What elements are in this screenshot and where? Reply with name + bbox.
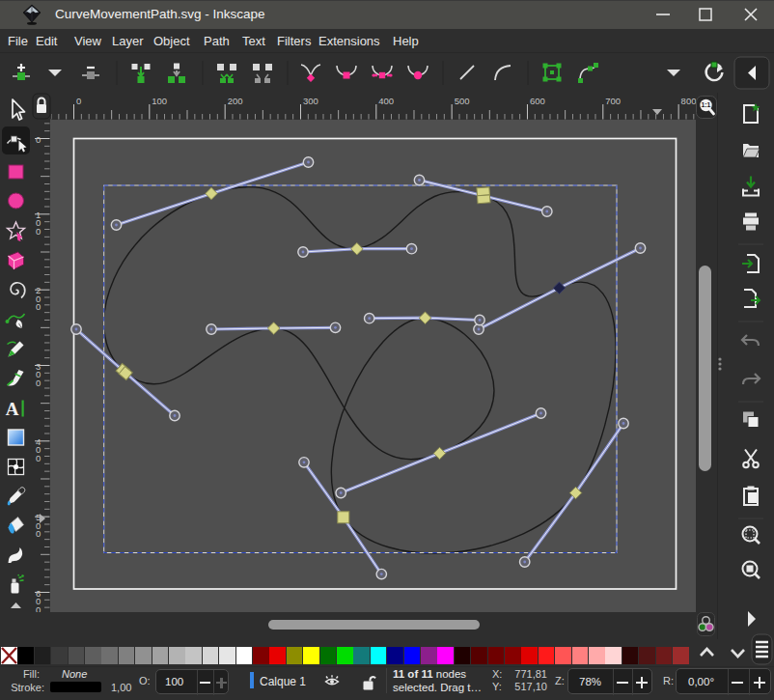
svg-text:0: 0 xyxy=(36,528,41,539)
svg-text:500: 500 xyxy=(455,96,470,106)
svg-text:0: 0 xyxy=(76,96,81,106)
svg-text:600: 600 xyxy=(530,96,545,106)
svg-text:1:1: 1:1 xyxy=(702,101,711,108)
svg-text:0: 0 xyxy=(36,378,41,388)
svg-text:800: 800 xyxy=(681,96,696,106)
svg-text:700: 700 xyxy=(605,96,621,106)
svg-text:0: 0 xyxy=(36,134,41,145)
svg-text:0: 0 xyxy=(36,301,41,312)
svg-text:400: 400 xyxy=(378,96,394,106)
svg-text:200: 200 xyxy=(228,96,243,106)
svg-text:0: 0 xyxy=(36,604,41,613)
svg-text:300: 300 xyxy=(303,96,318,106)
svg-text:0: 0 xyxy=(36,226,41,237)
svg-text:0: 0 xyxy=(36,453,41,463)
svg-text:100: 100 xyxy=(152,96,167,106)
svg-text:A: A xyxy=(6,399,19,419)
